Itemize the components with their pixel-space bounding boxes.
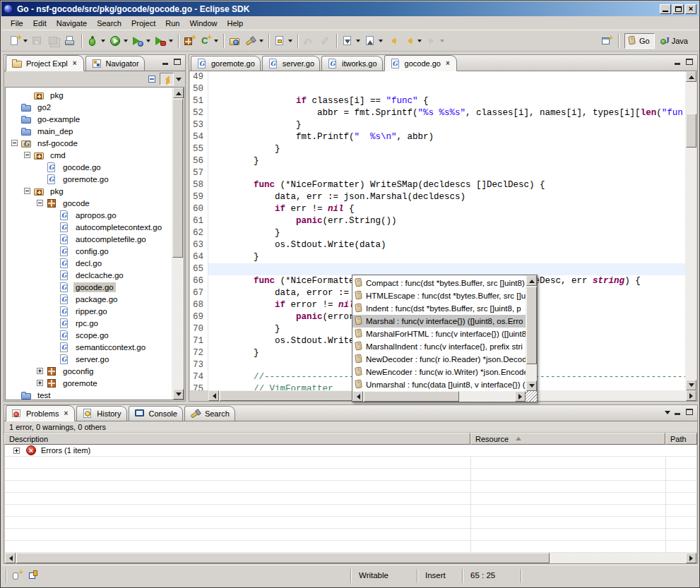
completion-item[interactable]: NewEncoder : func(w io.Writer) *json.Enc… xyxy=(352,366,526,378)
tree-item[interactable]: autocompletecontext.go xyxy=(6,221,172,233)
open-perspective-button[interactable] xyxy=(600,34,615,48)
perspective-java[interactable]: Java xyxy=(657,33,693,49)
tree-item[interactable]: test xyxy=(6,389,172,400)
menubar-item[interactable]: Search xyxy=(92,18,126,29)
column-path[interactable]: Path xyxy=(665,433,697,445)
tree-item[interactable]: ripper.go xyxy=(6,305,172,317)
completion-item[interactable]: Compact : func(dst *bytes.Buffer, src []… xyxy=(352,277,526,289)
problems-hscrollbar[interactable] xyxy=(5,553,696,563)
scroll-right-button[interactable] xyxy=(686,390,696,401)
dropdown-arrow-icon[interactable] xyxy=(288,40,292,44)
tab-history[interactable]: History × xyxy=(76,406,126,421)
tree-item[interactable]: goconfig xyxy=(6,365,172,377)
resize-grip[interactable] xyxy=(526,391,537,402)
link-with-editor-button[interactable] xyxy=(160,73,174,85)
dropdown-arrow-icon[interactable] xyxy=(259,40,263,44)
completion-item[interactable]: NewDecoder : func(r io.Reader) *json.Dec… xyxy=(352,353,526,366)
scroll-up-button[interactable] xyxy=(526,275,537,286)
dropdown-arrow-icon[interactable] xyxy=(356,40,360,44)
toggle-annotation-button[interactable] xyxy=(273,34,294,48)
swap-editor-button[interactable] xyxy=(28,570,40,581)
dropdown-arrow-icon[interactable] xyxy=(379,40,383,44)
expand-toggle[interactable] xyxy=(13,448,20,454)
window-maximize-button[interactable] xyxy=(672,4,684,14)
maximize-view-button[interactable] xyxy=(684,57,695,67)
expand-toggle[interactable] xyxy=(37,368,43,374)
completion-vscrollbar[interactable] xyxy=(526,275,537,391)
tab-server[interactable]: server.go × xyxy=(262,56,320,71)
format-button[interactable] xyxy=(318,34,333,48)
minimize-view-button[interactable] xyxy=(672,57,684,67)
dropdown-arrow-icon[interactable] xyxy=(101,40,105,44)
tree-item[interactable]: declcache.go xyxy=(6,269,172,281)
menubar-item[interactable]: File xyxy=(6,18,28,29)
window-close-button[interactable]: × xyxy=(685,4,696,14)
minimize-view-button[interactable] xyxy=(160,57,172,67)
menubar-item[interactable]: Window xyxy=(184,18,222,29)
close-icon[interactable]: × xyxy=(444,59,451,68)
tree-item[interactable]: autocompletefile.go xyxy=(6,233,172,245)
open-resource-button[interactable] xyxy=(227,34,242,48)
tree-item[interactable]: go-example xyxy=(6,113,172,125)
perspective-go[interactable]: Go xyxy=(624,33,655,49)
tree-item[interactable]: cmd xyxy=(6,149,172,161)
menubar-item[interactable]: Run xyxy=(160,18,184,29)
back-button[interactable] xyxy=(402,34,423,48)
new-go-package-button[interactable] xyxy=(182,34,197,48)
completion-item[interactable]: MarshalForHTML : func(v interface{}) ([]… xyxy=(352,328,526,340)
explorer-vscrollbar[interactable] xyxy=(172,88,184,400)
tree-item[interactable]: gocode xyxy=(6,197,172,209)
tree-item[interactable]: go2 xyxy=(6,101,172,113)
minimize-view-button[interactable] xyxy=(672,407,684,417)
maximize-view-button[interactable] xyxy=(684,407,695,417)
tab-navigator[interactable]: Navigator × xyxy=(85,56,145,71)
tree-item[interactable]: gocode.go xyxy=(6,161,172,173)
completion-item[interactable]: Indent : func(dst *bytes.Buffer, src []u… xyxy=(352,302,526,315)
menubar-item[interactable]: Navigate xyxy=(52,18,92,29)
dropdown-arrow-icon[interactable] xyxy=(417,40,422,44)
print-button[interactable] xyxy=(63,34,78,48)
completion-item[interactable]: Marshal : func(v interface{}) ([]uint8, … xyxy=(352,315,526,328)
profile-button[interactable] xyxy=(153,34,174,48)
completion-item[interactable]: Unmarshal : func(data []uint8, v interfa… xyxy=(352,378,526,391)
scroll-down-button[interactable] xyxy=(173,389,184,400)
tree-item[interactable]: package.go xyxy=(6,293,172,305)
completion-item[interactable]: MarshalIndent : func(v interface{}, pref… xyxy=(352,340,526,353)
last-edit-location-button[interactable] xyxy=(386,34,401,48)
dropdown-arrow-icon[interactable] xyxy=(23,40,28,44)
scroll-thumb[interactable] xyxy=(172,99,183,258)
expand-toggle[interactable] xyxy=(24,152,30,158)
scroll-up-button[interactable] xyxy=(173,88,184,98)
editor-vscrollbar[interactable] xyxy=(685,71,696,390)
save-all-button[interactable] xyxy=(47,34,61,48)
completion-hscrollbar[interactable] xyxy=(352,391,526,402)
new-go-app-button[interactable] xyxy=(198,34,220,48)
close-icon[interactable]: × xyxy=(62,409,69,418)
scroll-thumb[interactable] xyxy=(526,287,537,364)
column-description[interactable]: Description xyxy=(4,433,470,445)
tree-item[interactable]: pkg xyxy=(6,185,172,197)
menubar-item[interactable]: Edit xyxy=(28,18,52,29)
scroll-thumb[interactable] xyxy=(364,391,459,402)
dropdown-arrow-icon[interactable] xyxy=(169,40,173,44)
scroll-down-button[interactable] xyxy=(526,380,537,391)
scroll-left-button[interactable] xyxy=(5,553,16,563)
tree-item[interactable]: semanticcontext.go xyxy=(6,341,172,353)
tree-item[interactable]: gocode.go xyxy=(6,281,172,293)
debug-button[interactable] xyxy=(85,34,107,48)
tree-item[interactable]: scope.go xyxy=(6,329,172,341)
scroll-right-button[interactable] xyxy=(686,553,696,563)
view-menu-icon[interactable] xyxy=(176,78,182,84)
scroll-right-button[interactable] xyxy=(515,391,526,402)
fast-view-button[interactable] xyxy=(11,570,23,581)
menubar-item[interactable]: Help xyxy=(223,18,249,29)
window-minimize-button[interactable] xyxy=(660,4,671,14)
scroll-down-button[interactable] xyxy=(686,380,696,390)
errors-group-row[interactable]: Errors (1 item) xyxy=(5,445,696,457)
next-annotation-button[interactable] xyxy=(340,34,362,48)
expand-toggle[interactable] xyxy=(11,140,18,146)
tab-console[interactable]: Console × xyxy=(129,406,183,421)
maximize-view-button[interactable] xyxy=(172,57,183,67)
dropdown-arrow-icon[interactable] xyxy=(214,40,218,44)
scroll-thumb[interactable] xyxy=(16,553,550,563)
